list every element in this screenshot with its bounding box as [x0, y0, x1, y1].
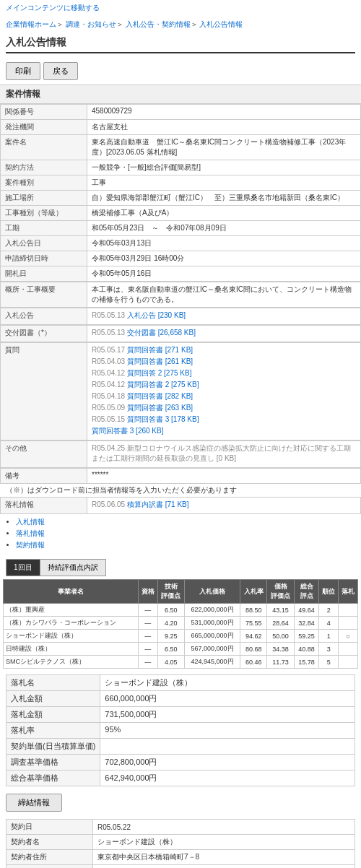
contract-value: R05.05.22 — [93, 820, 355, 835]
other-text: 新型コロナウイルス感染症の感染拡大防止に向けた対応に関する工期または工期行期間の… — [92, 444, 351, 462]
contract-value: 東京都中央区日本橋箱崎町7－8 — [93, 850, 355, 865]
info-label: 案件名 — [1, 135, 87, 160]
case-info-title: 案件情報 — [0, 84, 361, 104]
qa-item: R05.05.15 質問回答書 3 [178 KB] — [92, 415, 356, 425]
qa-link[interactable]: 質問回答書 [263 KB] — [127, 404, 193, 412]
back-button[interactable]: 戻る — [43, 62, 78, 80]
outline-text: 本工事は、東名阪自動車道の蟹江IC～桑名東IC間において、コンクリート構造物の補… — [87, 282, 361, 308]
bid-cell: ○ — [339, 630, 358, 643]
contract-button[interactable]: 締結情報 — [6, 794, 62, 812]
qa-item: R05.04.12 質問回答 2 [275 KB] — [92, 368, 356, 378]
result-value: ショーボンド建設（株） — [100, 675, 355, 691]
contract-label: 契約金額 — [6, 865, 93, 869]
print-button[interactable]: 印刷 — [6, 62, 40, 80]
bid-cell: 622,000,000円 — [184, 604, 240, 617]
qa-date: R05.05.15 — [92, 415, 127, 423]
info-value: 令和05年03月13日 — [87, 236, 361, 251]
qa-date: R05.04.12 — [92, 369, 127, 377]
info-value: 橋梁補修工事（A及びA） — [87, 206, 361, 221]
info-row: 申請締切日時令和05年03月29日 16時00分 — [1, 251, 361, 266]
info-value: 東名高速自動車道 蟹江IC～桑名東IC間コンクリート構造物補修工事（2023年度… — [87, 135, 361, 160]
bid-cell: 6.50 — [157, 604, 184, 617]
bid-cell: 15.78 — [294, 656, 318, 669]
info-label: 工事種別（等級） — [1, 206, 87, 221]
bid-col-header: 事業者名 — [4, 580, 139, 604]
bid-link[interactable]: 落札情報 — [16, 529, 45, 537]
contract-value: ショーボンド建設（株） — [93, 835, 355, 850]
result-value: 702,800,000円 — [100, 755, 355, 771]
info-label: 契約方法 — [1, 160, 87, 175]
bid-col-header: 順位 — [319, 580, 339, 604]
result-table: 落札名ショーボンド建設（株）入札金額660,000,000円落札金額731,50… — [6, 674, 355, 786]
info-label: 発注機関 — [1, 120, 87, 135]
bid-table-wrap: 事業者名資格技術 評価点入札価格入札率価格 評価点総合 評点順位落札 （株）重興… — [0, 576, 361, 672]
bid-link[interactable]: 契約情報 — [16, 541, 45, 549]
bid-link-item: 契約情報 — [16, 540, 355, 550]
qa-link[interactable]: 質問回答書 2 [275 KB] — [127, 381, 199, 389]
qa-date: R05.04.03 — [92, 357, 127, 365]
breadcrumb-link-2[interactable]: 調達・お知らせ — [66, 20, 116, 28]
bid-cell: 49.64 — [294, 604, 318, 617]
qa-item: R05.05.17 質問回答書 [271 KB] — [92, 345, 356, 355]
info-value: 令和05年05月16日 — [87, 266, 361, 282]
info-label: 案件種別 — [1, 175, 87, 191]
result-row: 落札金額731,500,000円 — [6, 707, 355, 723]
qa-item: R05.04.03 質問回答書 [261 KB] — [92, 357, 356, 367]
info-row: 工期和05年05月23日 ～ 令和07年08月09日 — [1, 221, 361, 236]
bid-link-item: 落札情報 — [16, 529, 355, 539]
bid-cell: 3 — [319, 643, 339, 656]
info-label: 申請締切日時 — [1, 251, 87, 266]
bid-cell: 665,000,000円 — [184, 630, 240, 643]
bid-cell: — — [138, 617, 157, 630]
bid-cell: 4 — [319, 617, 339, 630]
bid-cell: 28.64 — [267, 617, 294, 630]
tab-2[interactable]: 持続評価点内訳 — [40, 559, 106, 576]
qa-item: R05.05.09 質問回答書 [263 KB] — [92, 403, 356, 413]
bid-cell: ショーボンド建設（株） — [4, 630, 139, 643]
bid-cell: 424,945,000円 — [184, 656, 240, 669]
contract-info-section: 契約日R05.05.22契約者名ショーボンド建設（株）契約者住所東京都中央区日本… — [0, 816, 361, 868]
contract-info-table: 契約日R05.05.22契約者名ショーボンド建設（株）契約者住所東京都中央区日本… — [6, 819, 355, 868]
page-title: 入札公告情報 — [6, 36, 355, 53]
qa-table: 質問 R05.05.17 質問回答書 [271 KB]R05.04.03 質問回… — [0, 342, 361, 440]
qa-link[interactable]: 質問回答書 [261 KB] — [127, 357, 193, 365]
qa-link[interactable]: 質問回答書 3 [260 KB] — [92, 427, 163, 435]
breadcrumb-link-3[interactable]: 入札公告・契約情報 — [126, 20, 191, 28]
qa-link[interactable]: 質問回答書 [282 KB] — [127, 392, 193, 400]
info-row: 案件種別工事 — [1, 175, 361, 191]
bid-notice-link[interactable]: 入札公告 [230 KB] — [127, 311, 186, 319]
other-label: その他 — [1, 441, 87, 468]
qa-link[interactable]: 質問回答書 3 [178 KB] — [127, 415, 199, 423]
qa-link[interactable]: 質問回答書 [271 KB] — [127, 346, 193, 354]
breadcrumb: 企業情報ホーム＞ 調達・お知らせ＞ 入札公告・契約情報＞ 入札公告情報 — [0, 16, 361, 33]
bid-cell: 2 — [319, 604, 339, 617]
bid-cell: 567,000,000円 — [184, 643, 240, 656]
info-row: 関係番号4580009729 — [1, 105, 361, 120]
bid-links: 入札情報落札情報契約情報 — [0, 514, 361, 555]
breadcrumb-link-4[interactable]: 入札公告情報 — [199, 20, 243, 28]
info-row: 開札日令和05年05月16日 — [1, 266, 361, 282]
skip-link[interactable]: メインコンテンツに移動する — [6, 4, 100, 12]
other-date: R05.04.25 — [92, 444, 127, 452]
breadcrumb-link-1[interactable]: 企業情報ホーム — [6, 20, 56, 28]
other-table: その他 R05.04.25 新型コロナウイルス感染症の感染拡大防止に向けた対応に… — [0, 440, 361, 468]
price-doc-link[interactable]: 積算内訳書 [71 KB] — [127, 500, 189, 508]
delivery-content: R05.05.13 交付図書 [26,658 KB] — [87, 326, 361, 342]
bid-cell — [339, 617, 358, 630]
bid-link[interactable]: 入札情報 — [16, 518, 45, 526]
result-label: 入札金額 — [6, 691, 100, 707]
tab-row: 1回目 持続評価点内訳 — [0, 555, 361, 576]
tab-1[interactable]: 1回目 — [6, 559, 40, 576]
info-value: 名古屋支社 — [87, 120, 361, 135]
price-doc-date: R05.06.05 — [92, 500, 125, 508]
qa-date: R05.05.17 — [92, 346, 127, 354]
bid-table: 事業者名資格技術 評価点入札価格入札率価格 評価点総合 評点順位落札 （株）重興… — [3, 579, 358, 669]
bid-cell: 75.55 — [240, 617, 267, 630]
bid-cell: 32.84 — [294, 617, 318, 630]
bid-cell: 80.68 — [240, 643, 267, 656]
info-row: 契約方法一般競争・[一般]総合評価[簡易型] — [1, 160, 361, 175]
qa-link[interactable]: 質問回答 2 [275 KB] — [127, 369, 191, 377]
result-label: 落札金額 — [6, 707, 100, 723]
delivery-link[interactable]: 交付図書 [26,658 KB] — [127, 329, 196, 337]
bid-cell: — — [138, 630, 157, 643]
